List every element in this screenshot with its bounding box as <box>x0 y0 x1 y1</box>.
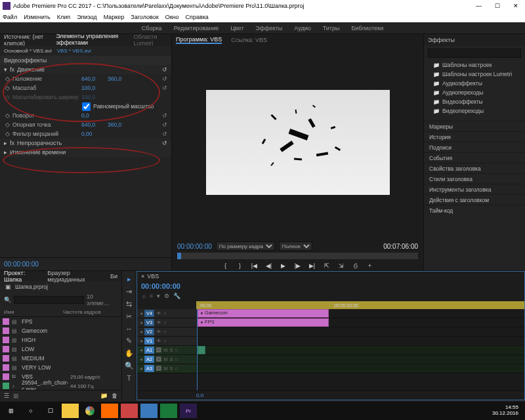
app-icon[interactable] <box>101 404 118 418</box>
video-track-header[interactable]: ◂V1👁○ <box>137 337 196 346</box>
app-icon[interactable] <box>160 404 177 418</box>
scale-value[interactable]: 100,0 <box>81 85 108 91</box>
workspace-Аудио[interactable]: Аудио <box>294 25 310 32</box>
taskbar-date[interactable]: 30.12.2016 <box>492 411 518 417</box>
video-track-header[interactable]: ◂V4👁○ <box>137 309 196 318</box>
mute-icon[interactable]: 🅼 <box>156 347 161 353</box>
timeline-audio-clip[interactable] <box>198 346 205 354</box>
start-button[interactable]: ⊞ <box>3 404 20 418</box>
minimize-button[interactable]: — <box>472 3 486 9</box>
anchor-y[interactable]: 360,0 <box>108 121 134 128</box>
panel-tab[interactable]: События <box>424 152 525 163</box>
source-tab[interactable]: Источник: (нет клипов) <box>4 33 51 47</box>
program-timecode[interactable]: 00:00:00:00 <box>177 243 212 250</box>
play-button[interactable]: ▶ <box>278 261 289 270</box>
step-fwd-button[interactable]: |▶ <box>293 261 303 270</box>
premiere-icon[interactable]: Pr <box>180 404 197 418</box>
search-icon[interactable]: ○ <box>22 404 39 418</box>
new-bin-icon[interactable]: 📁 <box>100 392 108 399</box>
project-item[interactable]: ♪29594_..erh_choir-c.wav44 100 Гц <box>0 381 121 390</box>
go-to-in-button[interactable]: |◀ <box>249 261 260 270</box>
stopwatch-icon[interactable]: ◇ <box>5 112 10 119</box>
linked-selection-icon[interactable]: ⌗ <box>150 293 153 300</box>
project-item[interactable]: ▤HIGH <box>0 335 121 345</box>
effects-search-input[interactable] <box>428 49 521 58</box>
panel-tab[interactable]: Подписи <box>424 142 525 152</box>
panel-tab[interactable]: Стили заголовка <box>424 173 525 184</box>
workspace-Титры[interactable]: Титры <box>323 25 340 32</box>
zoom-select[interactable]: По размеру кадра <box>216 242 275 251</box>
icon-view-icon[interactable]: ▦ <box>13 392 19 399</box>
app-icon[interactable] <box>140 404 158 418</box>
snap-icon[interactable]: ⌕ <box>142 293 146 300</box>
effects-folder[interactable]: Шаблоны настроек <box>424 60 525 70</box>
taskview-icon[interactable]: ☐ <box>42 404 59 418</box>
solo-icon[interactable]: M <box>163 356 167 362</box>
motion-fx-label[interactable]: Движение <box>17 66 45 73</box>
track-lane[interactable] <box>196 346 524 355</box>
eye-icon[interactable]: 👁 <box>156 320 161 326</box>
project-filter-input[interactable] <box>14 296 84 304</box>
stopwatch-icon[interactable]: ◇ <box>5 131 10 137</box>
reset-icon[interactable]: ↺ <box>162 140 167 146</box>
workspace-Редактирование[interactable]: Редактирование <box>174 25 219 32</box>
opacity-fx-label[interactable]: Непрозрачность <box>17 140 62 146</box>
lumetri-scopes-tab[interactable]: Области Lumetri <box>134 33 167 47</box>
project-item[interactable]: ▤LOW <box>0 345 121 354</box>
effects-folder[interactable]: Шаблоны настроек Lumetri <box>424 70 525 79</box>
timeline-clip[interactable]: ⬥ FPS <box>198 318 329 327</box>
wrench-icon[interactable]: 🔧 <box>173 293 180 300</box>
quality-select[interactable]: Полное <box>279 242 312 251</box>
mute-icon[interactable]: 🅼 <box>156 366 161 371</box>
reset-icon[interactable]: ↺ <box>162 66 167 73</box>
effects-folder[interactable]: Аудиоэффекты <box>424 79 525 88</box>
effects-folder[interactable]: Аудиопереходы <box>424 88 525 97</box>
project-item[interactable]: ▤MEDIUM <box>0 354 121 363</box>
mute-icon[interactable]: 🅼 <box>156 356 161 362</box>
project-tab[interactable]: Проект: Шапка <box>4 270 41 283</box>
workspace-Эффекты[interactable]: Эффекты <box>255 25 282 32</box>
effects-folder[interactable]: Видеоэффекты <box>424 97 525 106</box>
menu-Изменить[interactable]: Изменить <box>24 14 51 20</box>
eye-icon[interactable]: 👁 <box>156 329 161 335</box>
menu-Окно[interactable]: Окно <box>165 14 179 20</box>
reference-label[interactable]: Ссылка: VBS <box>231 37 267 43</box>
source-timecode[interactable]: 00:00:00:00 <box>0 257 171 270</box>
reset-icon[interactable]: ↺ <box>162 112 167 119</box>
audio-track-header[interactable]: ◂A3🅼MS○ <box>137 364 196 373</box>
stopwatch-icon[interactable]: ◇ <box>5 85 10 91</box>
panel-tab[interactable]: Действия с заголовком <box>424 194 525 205</box>
eye-icon[interactable]: 👁 <box>156 338 161 344</box>
ripple-edit-tool-icon[interactable]: ⇆ <box>126 300 132 308</box>
col-name[interactable]: Имя <box>4 309 63 315</box>
program-scrubber[interactable] <box>177 253 418 259</box>
track-lane[interactable] <box>196 355 524 364</box>
effect-controls-tab[interactable]: Элементы управления эффектами <box>56 33 128 47</box>
video-track-header[interactable]: ◂V2👁○ <box>137 327 196 337</box>
reset-icon[interactable]: ↺ <box>162 85 167 91</box>
menu-Файл[interactable]: Файл <box>3 14 17 20</box>
reset-icon[interactable]: ↺ <box>162 121 167 128</box>
app-icon[interactable] <box>121 404 138 418</box>
list-view-icon[interactable]: ☰ <box>4 392 9 399</box>
audio-track-header[interactable]: ◂A1🅼MS○ <box>137 346 196 355</box>
track-toggle-icon[interactable]: ◂ <box>140 310 142 316</box>
project-item[interactable]: ▤VERY LOW <box>0 363 121 372</box>
export-frame-button[interactable]: ⎙ <box>350 261 361 270</box>
settings-icon[interactable]: ⚙ <box>164 293 169 300</box>
close-button[interactable]: ✕ <box>509 3 522 9</box>
solo-icon[interactable]: M <box>163 366 167 371</box>
zoom-tool-icon[interactable]: 🔍 <box>125 362 134 370</box>
lock-icon[interactable]: ○ <box>163 329 167 335</box>
panel-tab[interactable]: Инструменты заголовка <box>424 184 525 194</box>
program-monitor[interactable] <box>206 90 390 195</box>
flicker-value[interactable]: 0,00 <box>81 131 108 137</box>
panel-tab[interactable]: Тайм-код <box>424 205 525 215</box>
timeline-clip[interactable]: ⬥ Gamecom <box>198 309 329 318</box>
effects-panel-tab[interactable]: Эффекты <box>428 37 455 43</box>
workspace-Цвет[interactable]: Цвет <box>230 25 243 32</box>
time-remap-label[interactable]: Изменение времени <box>10 149 66 156</box>
track-toggle-icon[interactable]: ◂ <box>140 329 142 335</box>
maximize-button[interactable]: ☐ <box>491 3 504 9</box>
sequence-tab[interactable]: VBS <box>147 273 159 280</box>
